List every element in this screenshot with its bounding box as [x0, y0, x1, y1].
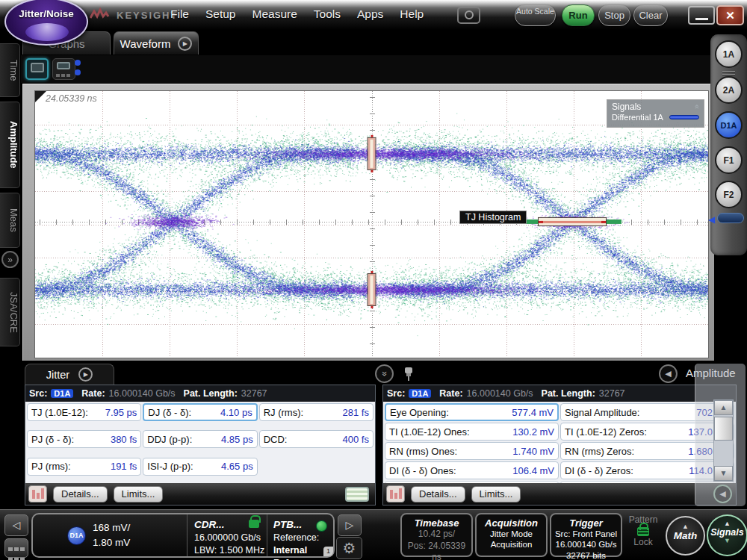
scrollbar[interactable]: ▲ ▼ [713, 399, 734, 482]
channel-button-1a[interactable]: 1A [715, 40, 743, 68]
channel-button-f1[interactable]: F1 [715, 146, 743, 174]
nav-right-button[interactable]: ▷ [338, 514, 362, 536]
scroll-down-button[interactable]: ▼ [714, 466, 733, 481]
limits-button[interactable]: Limits... [114, 486, 164, 503]
sidebar-collapse-control[interactable]: ◀ [708, 212, 747, 225]
channel-section[interactable]: D1A 168 mV/ 1.80 mV [33, 514, 187, 556]
top-menu-bar: KEYSIGHT File Setup Measure Tools Apps H… [0, 0, 747, 30]
collapse-results-button[interactable]: » [375, 364, 394, 383]
signals-button[interactable]: ▲ Signals ▼ [707, 514, 747, 556]
ptb-section[interactable]: PTB... Reference: Internal Reference 1 [267, 514, 333, 556]
signals-label: Signals [708, 527, 746, 538]
channel-button-f2[interactable]: F2 [715, 181, 743, 208]
src-channel-badge: D1A [51, 389, 73, 398]
tj-histogram-label: TJ Histogram [459, 211, 527, 224]
jitter-results-panel: Src: D1A Rate: 16.000140 Gb/s Pat. Lengt… [25, 385, 376, 505]
channel-scale[interactable]: 168 mV/ [93, 520, 130, 535]
sidebar-tab-jsa-cre[interactable]: JSA/CRE [0, 278, 20, 346]
timebase-box[interactable]: Timebase 10.42 ps/ Pos: 24.05339 ns [400, 513, 473, 557]
gear-icon[interactable]: ⚙ [336, 537, 362, 559]
auto-scale-button[interactable]: Auto Scale [515, 4, 556, 26]
menu-apps[interactable]: Apps [357, 7, 383, 21]
play-icon[interactable]: ▶ [78, 367, 93, 382]
waveform-graph-frame: 24.05339 ns Signals » Differential 1A TJ… [22, 84, 714, 361]
measurement-cell-rn-ones[interactable]: RN (rms) Ones:1.740 mV [385, 442, 559, 460]
measurement-cell-dcd[interactable]: DCD:400 fs [259, 430, 374, 448]
scrollbar-thumb[interactable] [714, 417, 733, 441]
up-triangle-icon: ▲ [667, 523, 704, 530]
minimize-button[interactable] [688, 6, 715, 25]
measurement-cell-dj[interactable]: DJ (δ - δ):4.10 ps [143, 403, 257, 421]
sidebar-tab-amplitude[interactable]: Amplitude [0, 102, 20, 188]
eye-diagram-canvas[interactable] [35, 91, 708, 358]
tab-jitter-results[interactable]: Jitter ▶ [25, 364, 114, 385]
pattern-lock-box[interactable]: Pattern Lock [626, 514, 660, 556]
pattern-lock-label: Lock [626, 537, 660, 547]
legend-collapse-icon[interactable]: » [692, 105, 702, 109]
measurement-cell-pj-rms[interactable]: PJ (rms):191 fs [27, 458, 141, 476]
details-button[interactable]: Details... [53, 486, 108, 503]
measurement-cell-ti-ones[interactable]: TI (1.0E-12) Ones:130.2 mV [385, 423, 559, 441]
sidebar-expand-button[interactable]: » [1, 251, 19, 268]
timebase-position: Pos: 24.05339 ns [402, 541, 471, 560]
menu-tools[interactable]: Tools [314, 7, 341, 21]
menu-setup[interactable]: Setup [205, 7, 236, 21]
lock-icon [249, 520, 259, 528]
menu-file[interactable]: File [170, 7, 189, 21]
histogram-view-button[interactable] [28, 485, 47, 503]
down-triangle-icon: ▼ [708, 538, 746, 544]
eye-diagram-plot[interactable]: 24.05339 ns Signals » Differential 1A TJ… [34, 90, 709, 358]
nav-left-button[interactable]: ◁ [4, 514, 28, 536]
jitter-panel-toolbar: Details... Limits... [25, 483, 375, 505]
timebase-corner-marker [35, 91, 46, 102]
chevron-down-icon: » [376, 371, 392, 376]
measurement-cell-rj[interactable]: RJ (rms):281 fs [259, 403, 374, 421]
channel-offset[interactable]: 1.80 mV [93, 535, 130, 550]
measurement-label: PJ (δ - δ): [31, 434, 74, 445]
trigger-box[interactable]: Trigger Src: Front Panel 16.000140 Gb/s … [550, 513, 622, 557]
channel-button-2a[interactable]: 2A [715, 76, 743, 104]
marker-dots-icon[interactable] [75, 60, 81, 79]
histogram-view-button[interactable] [386, 485, 405, 503]
trigger-rate: 16.000140 Gb/s [551, 539, 621, 550]
scroll-up-button[interactable]: ▲ [714, 400, 733, 415]
tab-waveform[interactable]: Waveform ▶ [114, 31, 199, 55]
measurement-label: Signal Amplitude: [565, 407, 639, 418]
camera-icon[interactable] [457, 7, 480, 24]
measurement-value: 106.4 mV [512, 465, 554, 476]
channel-button-d1a[interactable]: D1A [715, 111, 743, 139]
bottom-status-bar: ◁ D1A 168 mV/ 1.80 mV CDR... 16.000000 G… [0, 509, 747, 560]
sidebar-tab-meas[interactable]: Meas [0, 193, 20, 248]
measurement-cell-isij[interactable]: ISI-J (p-p):4.65 ps [143, 458, 257, 476]
menu-help[interactable]: Help [400, 7, 424, 21]
signals-legend[interactable]: Signals » Differential 1A [607, 99, 704, 128]
sidebar-tab-time[interactable]: Time [0, 43, 20, 97]
cdr-lbw: LBW: 1.500 MHz [194, 544, 267, 557]
details-button[interactable]: Details... [411, 486, 465, 503]
measurement-label: TJ (1.0E-12): [31, 407, 88, 418]
run-button[interactable]: Run [562, 4, 595, 26]
measurement-cell-pj-dd[interactable]: PJ (δ - δ):380 fs [27, 430, 141, 448]
menu-measure[interactable]: Measure [252, 7, 297, 21]
measurement-label: DI (δ - δ) Ones: [389, 465, 456, 476]
stop-button[interactable]: Stop [598, 4, 630, 26]
channel-badge[interactable]: D1A [67, 526, 86, 545]
pin-icon[interactable] [403, 366, 414, 381]
cdr-section[interactable]: CDR... 16.000000 Gb/s LBW: 1.500 MHz [187, 514, 267, 556]
close-button[interactable]: ✕ [716, 5, 744, 25]
split-display-button[interactable] [52, 58, 75, 80]
acquisition-box[interactable]: Acquisition Jitter Mode Acquisition [475, 513, 548, 557]
brand-text: KEYSIGHT [117, 10, 178, 21]
play-icon[interactable]: ▶ [178, 37, 192, 51]
limits-button[interactable]: Limits... [471, 486, 521, 503]
grid-menu-button[interactable] [4, 538, 28, 558]
single-display-button[interactable] [25, 58, 49, 80]
amplitude-panel-toolbar: Details... Limits... ◀ [383, 483, 736, 505]
measurement-cell-tj[interactable]: TJ (1.0E-12):7.95 ps [27, 403, 141, 421]
measurement-cell-ddj[interactable]: DDJ (p-p):4.85 ps [143, 430, 257, 448]
measurement-cell-di-ones[interactable]: DI (δ - δ) Ones:106.4 mV [385, 461, 559, 479]
clear-button[interactable]: Clear [633, 4, 668, 26]
amplitude-panel-back-button[interactable]: ◀ [659, 364, 678, 383]
math-button[interactable]: ▲ Math [666, 516, 705, 556]
measurement-cell-eye-opening[interactable]: Eye Opening:577.4 mV [385, 403, 559, 421]
